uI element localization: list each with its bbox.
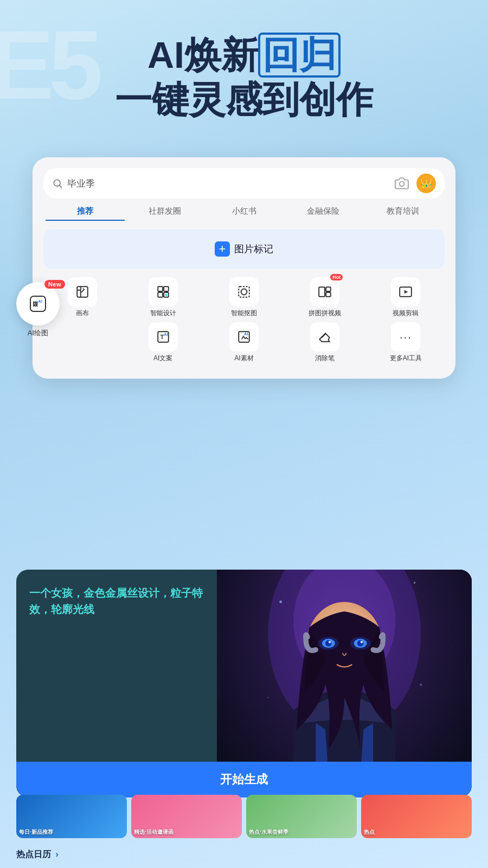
tool-canvas-label: 画布 bbox=[76, 309, 89, 317]
generate-button[interactable]: 开始生成 bbox=[16, 762, 472, 797]
thumbnail-row: 每日·新品推荐 精选·活动邀请函 热点·水果尝鲜季 热点 bbox=[16, 795, 472, 838]
svg-point-39 bbox=[360, 641, 363, 643]
svg-rect-11 bbox=[239, 286, 249, 297]
tab-xiaohongshu[interactable]: 小红书 bbox=[204, 206, 284, 221]
svg-point-36 bbox=[325, 640, 332, 647]
svg-point-12 bbox=[241, 289, 247, 295]
thumb-daily-label: 每日·新品推荐 bbox=[19, 828, 124, 835]
camera-icon[interactable] bbox=[395, 176, 409, 190]
new-badge: New bbox=[44, 280, 65, 289]
tool-smart-design-icon bbox=[149, 277, 178, 307]
tab-recommend[interactable]: 推荐 bbox=[46, 206, 125, 221]
svg-point-37 bbox=[357, 640, 363, 647]
tool-ai-material[interactable]: AI AI素材 bbox=[205, 322, 282, 362]
hot-calendar[interactable]: 热点日历 › bbox=[16, 849, 59, 860]
tool-collage-label: 拼图拼视频 bbox=[309, 309, 341, 317]
tab-education[interactable]: 教育培训 bbox=[363, 206, 442, 221]
ai-draw-float[interactable]: 🖼 AI New AI绘图 bbox=[16, 282, 60, 338]
svg-point-2 bbox=[400, 182, 404, 187]
hot-badge: Hot bbox=[330, 274, 343, 280]
tool-eraser[interactable]: 消除笔 bbox=[286, 322, 364, 362]
svg-text:AI: AI bbox=[244, 331, 248, 336]
tool-eraser-label: 消除笔 bbox=[315, 354, 335, 362]
svg-point-41 bbox=[413, 582, 415, 584]
svg-rect-8 bbox=[158, 292, 163, 297]
svg-text:AI: AI bbox=[164, 332, 168, 337]
thumb-fruit[interactable]: 热点·水果尝鲜季 bbox=[246, 795, 357, 838]
tool-smart-cutout[interactable]: 智能抠图 bbox=[205, 277, 282, 317]
thumb-daily[interactable]: 每日·新品推荐 bbox=[16, 795, 127, 838]
thumb-event[interactable]: 精选·活动邀请函 bbox=[131, 795, 242, 838]
svg-text:AI: AI bbox=[38, 299, 42, 304]
hero-highlight: 回归 bbox=[258, 33, 341, 78]
tabs-row: 推荐 社群发圈 小红书 金融保险 教育培训 bbox=[43, 206, 445, 221]
thumb-event-label: 精选·活动邀请函 bbox=[134, 828, 239, 835]
svg-line-1 bbox=[60, 186, 62, 188]
dark-card-left: 一个女孩，金色金属丝设计，粒子特效，轮廓光线 bbox=[16, 570, 217, 762]
tool-ai-material-label: AI素材 bbox=[234, 354, 253, 362]
tool-smart-cutout-label: 智能抠图 bbox=[231, 309, 257, 317]
prompt-text: 一个女孩，金色金属丝设计，粒子特效，轮廓光线 bbox=[29, 585, 206, 617]
thumb-fruit-label: 热点·水果尝鲜季 bbox=[249, 828, 354, 835]
tool-ai-text-icon: T AI bbox=[149, 322, 178, 352]
svg-point-40 bbox=[279, 601, 282, 603]
svg-text:🖼: 🖼 bbox=[33, 301, 38, 307]
svg-rect-7 bbox=[164, 286, 169, 291]
hero-title-line1: AI焕新回归 bbox=[0, 33, 488, 78]
tool-more-ai[interactable]: ··· 更多AI工具 bbox=[367, 322, 445, 362]
hero-title-line2: 一键灵感到创作 bbox=[0, 78, 488, 122]
ai-girl-image bbox=[217, 570, 472, 762]
banner-plus-icon: + bbox=[215, 241, 230, 257]
ai-draw-label: AI绘图 bbox=[28, 328, 48, 338]
ai-girl-svg bbox=[217, 570, 472, 762]
svg-point-10 bbox=[165, 293, 167, 296]
app-card: 毕业季 👑 推荐 社群发圈 小红书 金融保险 教育培训 + 图片标记 bbox=[33, 157, 455, 379]
svg-rect-13 bbox=[319, 287, 325, 296]
tab-finance[interactable]: 金融保险 bbox=[284, 206, 363, 221]
svg-point-43 bbox=[420, 684, 422, 686]
tool-video-edit-icon bbox=[391, 277, 420, 307]
svg-point-42 bbox=[267, 697, 268, 698]
banner-area[interactable]: + 图片标记 bbox=[43, 229, 445, 269]
banner-text: 图片标记 bbox=[234, 242, 273, 256]
hot-calendar-arrow: › bbox=[55, 850, 58, 859]
tool-grid: 画布 智能设计 智能抠图 bbox=[43, 277, 445, 362]
hot-calendar-text: 热点日历 › bbox=[16, 850, 59, 859]
dark-card-content: 一个女孩，金色金属丝设计，粒子特效，轮廓光线 bbox=[16, 570, 472, 762]
tool-collage-video-icon: Hot bbox=[310, 277, 339, 307]
tool-more-ai-icon: ··· bbox=[391, 322, 420, 352]
thumb-hot[interactable]: 热点 bbox=[361, 795, 472, 838]
tool-smart-design-label: 智能设计 bbox=[150, 309, 176, 317]
tool-more-ai-label: 更多AI工具 bbox=[390, 354, 422, 362]
dark-card: 一个女孩，金色金属丝设计，粒子特效，轮廓光线 bbox=[16, 570, 472, 797]
search-bar[interactable]: 毕业季 👑 bbox=[43, 168, 445, 199]
ai-draw-circle: 🖼 AI New bbox=[16, 282, 60, 326]
svg-rect-14 bbox=[326, 287, 331, 291]
tool-collage-video[interactable]: Hot 拼图拼视频 bbox=[286, 277, 364, 317]
svg-rect-15 bbox=[326, 292, 331, 297]
tool-video-edit-label: 视频剪辑 bbox=[393, 309, 419, 317]
crown-badge[interactable]: 👑 bbox=[416, 174, 436, 193]
search-input[interactable]: 毕业季 bbox=[67, 177, 395, 190]
dark-card-right bbox=[217, 570, 472, 762]
tool-smart-design[interactable]: 智能设计 bbox=[124, 277, 202, 317]
search-icon bbox=[52, 178, 63, 189]
tool-eraser-icon bbox=[310, 322, 339, 352]
tool-video-edit[interactable]: 视频剪辑 bbox=[367, 277, 445, 317]
tool-ai-material-icon: AI bbox=[229, 322, 259, 352]
tool-smart-cutout-icon bbox=[229, 277, 259, 307]
tool-ai-text[interactable]: T AI AI文案 bbox=[124, 322, 202, 362]
svg-point-38 bbox=[328, 641, 331, 643]
svg-marker-17 bbox=[404, 290, 408, 294]
hero-section: AI焕新回归 一键灵感到创作 bbox=[0, 33, 488, 122]
svg-rect-6 bbox=[158, 286, 163, 291]
thumb-hot-label: 热点 bbox=[364, 828, 469, 835]
svg-line-23 bbox=[322, 334, 326, 339]
tool-ai-text-label: AI文案 bbox=[153, 354, 172, 362]
tab-social[interactable]: 社群发圈 bbox=[125, 206, 204, 221]
tool-canvas-icon bbox=[68, 277, 97, 307]
crown-icon: 👑 bbox=[420, 177, 432, 189]
